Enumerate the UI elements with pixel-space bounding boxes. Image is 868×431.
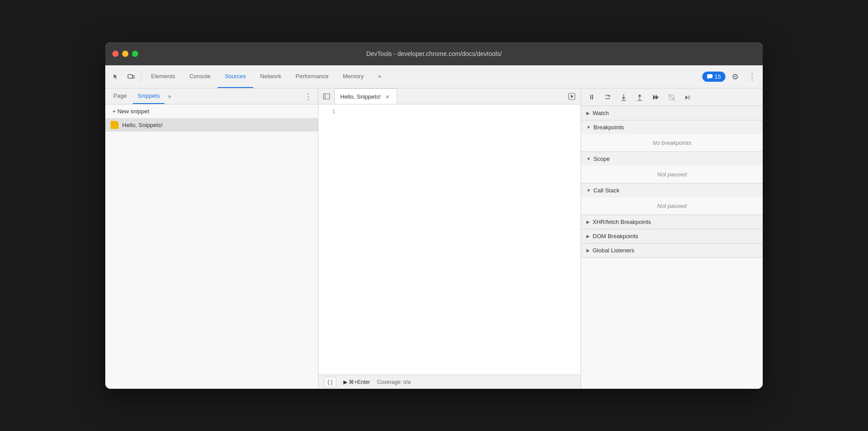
code-editor[interactable] [341,104,581,375]
sidebar-tabs: Page Snippets » ⋮ [105,88,318,104]
format-button[interactable]: { } [324,377,336,387]
deactivate-breakpoints-btn[interactable] [665,90,679,104]
xhr-breakpoints-header[interactable]: ▶ XHR/fetch Breakpoints [581,215,763,229]
svg-marker-15 [653,95,656,100]
editor-tab-hello-snippets[interactable]: Hello, Snippets! × [334,88,397,104]
tab-sources[interactable]: Sources [218,65,253,88]
tab-network[interactable]: Network [253,65,289,88]
watch-title: Watch [593,110,609,116]
continue-icon [652,93,660,101]
settings-btn[interactable]: ⚙ [728,70,742,84]
svg-marker-13 [638,94,641,96]
svg-marker-10 [622,97,625,100]
call-stack-title: Call Stack [593,187,620,194]
right-panel: ⏸ [581,88,763,389]
step-out-btn[interactable] [633,90,647,104]
breakpoints-title: Breakpoints [593,124,624,131]
device-toggle-btn[interactable] [124,70,138,84]
snippet-item[interactable]: Hello, Snippets! [105,118,318,132]
notification-badge[interactable]: 15 [702,72,725,82]
breakpoints-body: No breakpoints [581,134,763,152]
editor-tab-close-btn[interactable]: × [383,92,391,100]
dom-chevron: ▶ [586,234,590,239]
sidebar-tab-more[interactable]: » [166,93,173,100]
global-title: Global Listeners [593,247,634,254]
line-number-1: 1 [319,108,335,116]
tab-console[interactable]: Console [182,65,218,88]
step-into-icon [620,93,628,101]
close-button[interactable] [112,51,119,57]
continue-btn[interactable] [649,90,663,104]
watch-chevron: ▶ [586,111,590,116]
breakpoints-empty-message: No breakpoints [653,140,691,146]
pause-on-exceptions-btn[interactable]: ⏯ [681,90,695,104]
scope-section-header[interactable]: ▼ Scope [581,152,763,166]
more-options-btn[interactable]: ⋮ [745,70,759,84]
sidebar-tab-page[interactable]: Page [109,88,131,104]
chat-icon [707,74,713,80]
breakpoints-section: ▼ Breakpoints No breakpoints [581,120,763,152]
call-stack-not-paused: Not paused [657,203,687,209]
svg-rect-1 [132,76,134,78]
editor-sidebar-toggle[interactable] [320,90,333,103]
coverage-label: Coverage: n/a [377,379,410,385]
scope-body: Not paused [581,166,763,183]
xhr-chevron: ▶ [586,219,590,224]
snippet-name: Hello, Snippets! [122,122,163,128]
left-sidebar: Page Snippets » ⋮ + New snippet Hello, S… [105,88,319,389]
dom-title: DOM Breakpoints [593,233,638,239]
deactivate-icon [668,93,676,101]
sidebar-menu-btn[interactable]: ⋮ [302,90,315,103]
run-snippet-btn[interactable]: ▶ ⌘+Enter [343,379,370,385]
global-listeners-header[interactable]: ▶ Global Listeners [581,243,763,257]
svg-rect-2 [707,74,713,78]
sidebar-tab-snippets[interactable]: Snippets [133,88,164,104]
svg-rect-3 [323,94,330,99]
new-snippet-label: + New snippet [112,108,149,115]
editor-tab-label: Hello, Snippets! [340,93,381,100]
svg-marker-16 [656,95,659,100]
editor-body: 1 [319,104,581,375]
editor-tabs: Hello, Snippets! × [319,88,581,104]
watch-section-header[interactable]: ▶ Watch [581,106,763,120]
devtools-window: DevTools - developer.chrome.com/docs/dev… [105,42,763,389]
scope-title: Scope [593,156,610,162]
right-panel-sections: ▶ Watch ▼ Breakpoints No breakpoints [581,106,763,389]
call-stack-section-header[interactable]: ▼ Call Stack [581,184,763,197]
traffic-lights [112,51,138,57]
inspect-element-btn[interactable] [109,70,123,84]
call-stack-section: ▼ Call Stack Not paused [581,184,763,215]
svg-marker-6 [571,95,573,98]
toolbar-right: 15 ⚙ ⋮ [702,70,759,84]
call-stack-chevron: ▼ [586,188,591,193]
dom-breakpoints-header[interactable]: ▶ DOM Breakpoints [581,229,763,243]
step-out-icon [636,93,644,101]
breakpoints-chevron: ▼ [586,125,591,130]
svg-line-17 [669,94,675,100]
main-content: Page Snippets » ⋮ + New snippet Hello, S… [105,88,763,389]
editor-run-btn[interactable] [565,89,579,104]
tab-memory[interactable]: Memory [336,65,371,88]
new-snippet-button[interactable]: + New snippet [105,104,318,118]
device-icon [127,73,135,80]
step-over-icon [604,93,612,101]
window-title: DevTools - developer.chrome.com/docs/dev… [366,50,502,57]
watch-section: ▶ Watch [581,106,763,120]
run-label: ▶ ⌘+Enter [343,379,370,385]
scope-not-paused: Not paused [657,171,687,178]
tab-performance[interactable]: Performance [288,65,335,88]
cursor-icon [112,73,119,80]
global-listeners-section: ▶ Global Listeners [581,243,763,258]
step-into-btn[interactable] [617,90,631,104]
tab-elements[interactable]: Elements [144,65,182,88]
tab-more[interactable]: » [371,65,388,88]
scope-chevron: ▼ [586,156,591,161]
sidebar-content: + New snippet Hello, Snippets! [105,104,318,389]
step-over-btn[interactable] [601,90,615,104]
minimize-button[interactable] [122,51,128,57]
notification-count: 15 [715,73,721,80]
svg-rect-0 [128,75,132,78]
breakpoints-section-header[interactable]: ▼ Breakpoints [581,120,763,134]
maximize-button[interactable] [132,51,138,57]
pause-btn[interactable]: ⏸ [585,90,599,104]
